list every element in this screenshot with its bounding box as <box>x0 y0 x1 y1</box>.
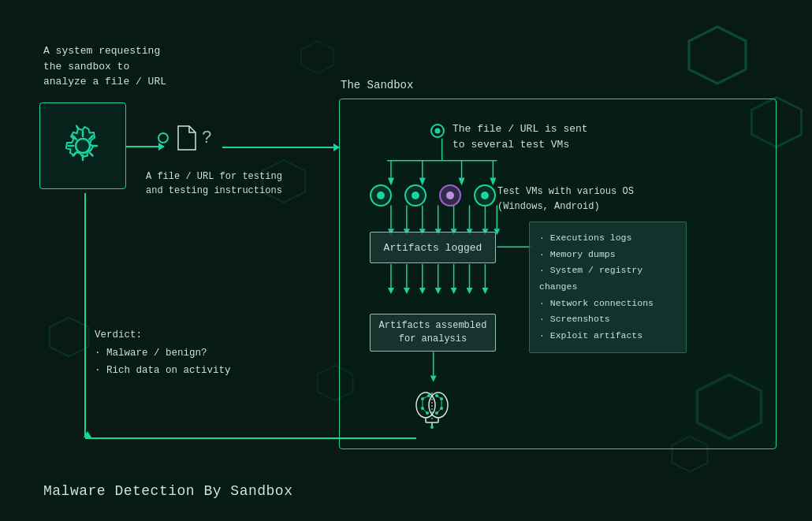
system-box <box>39 102 126 189</box>
file-url-node: ? <box>158 125 212 151</box>
vm-label: Test VMs with various OS (Windows, Andro… <box>497 184 634 214</box>
verdict-line-horizontal <box>85 437 416 439</box>
svg-marker-7 <box>301 41 333 73</box>
vm-circle-2 <box>404 184 426 207</box>
verdict-line-vertical <box>84 193 86 437</box>
file-node-dot <box>158 132 169 143</box>
svg-marker-37 <box>388 288 394 294</box>
verdict-arrow-up <box>84 431 91 437</box>
info-item-5: Screenshots <box>539 311 676 328</box>
top-node-text: The file / URL is sent to several test V… <box>453 121 588 152</box>
svg-marker-0 <box>689 27 746 84</box>
vm-circle-1 <box>370 184 392 207</box>
file-icon <box>175 125 197 151</box>
top-node-circle <box>430 124 445 138</box>
top-node: The file / URL is sent to several test V… <box>430 121 588 152</box>
artifacts-logged-box: Artifacts logged <box>370 232 496 263</box>
verdict-item-1: · Malware / benign? <box>95 345 231 362</box>
svg-line-68 <box>437 408 441 413</box>
bottom-title: Malware Detection By Sandbox <box>43 483 292 499</box>
info-item-1: Executions logs <box>539 230 676 247</box>
svg-marker-41 <box>419 288 426 294</box>
arrow-file-to-sandbox <box>222 147 339 148</box>
svg-marker-51 <box>430 375 437 381</box>
file-icon-wrap: ? <box>175 125 212 151</box>
vm-circle-4 <box>474 184 496 207</box>
artifacts-assembled-box: Artifacts assembled for analysis <box>370 314 496 352</box>
vm-circle-3 <box>439 184 461 207</box>
svg-line-66 <box>437 396 441 399</box>
svg-marker-49 <box>482 288 488 294</box>
info-item-2: Memory dumps <box>539 247 676 263</box>
svg-marker-45 <box>451 288 457 294</box>
vm-circles-row <box>370 184 496 207</box>
verdict-box: Verdict: · Malware / benign? · Rich data… <box>95 327 231 379</box>
svg-line-63 <box>423 396 429 399</box>
info-item-4: Network connections <box>539 296 676 312</box>
svg-point-73 <box>430 426 434 429</box>
svg-marker-39 <box>404 288 410 294</box>
artifacts-info-box: Executions logs Memory dumps System / re… <box>529 221 687 353</box>
system-description: A system requesting the sandbox to analy… <box>43 43 166 90</box>
gear-icon <box>58 121 108 171</box>
info-item-3: System / registry changes <box>539 262 676 295</box>
svg-point-56 <box>427 394 430 397</box>
verdict-item-2: · Rich data on activity <box>95 363 231 379</box>
file-label: A file / URL for testing and testing ins… <box>146 169 288 198</box>
verdict-label: Verdict: <box>95 327 231 344</box>
brain-icon <box>408 383 456 430</box>
svg-line-65 <box>423 408 427 413</box>
svg-marker-43 <box>435 288 441 294</box>
svg-marker-47 <box>467 288 473 294</box>
sandbox-inner: The file / URL is sent to several test V… <box>340 99 776 448</box>
info-item-6: Exploit artifacts <box>539 328 676 344</box>
svg-marker-5 <box>50 318 89 357</box>
hex-decoration-8 <box>300 39 335 75</box>
hex-decoration-1 <box>686 24 749 87</box>
sandbox-container: The file / URL is sent to several test V… <box>339 99 777 449</box>
sandbox-title: The Sandbox <box>341 79 413 91</box>
